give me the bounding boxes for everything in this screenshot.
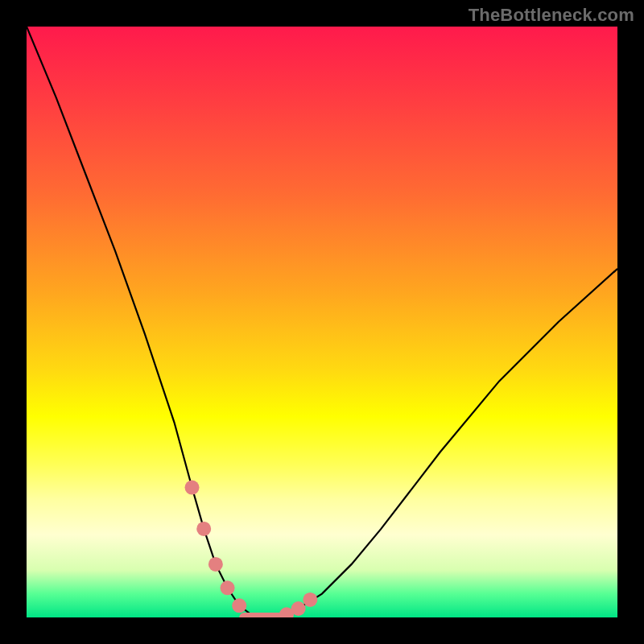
highlight-dot [208, 557, 223, 572]
highlight-dot [221, 580, 235, 595]
plot-area [27, 27, 617, 617]
highlight-dot [185, 481, 200, 495]
highlight-dot [303, 592, 317, 607]
watermark-label: TheBottleneck.com [469, 5, 634, 26]
highlight-dot [196, 522, 211, 536]
bottleneck-curve [27, 27, 617, 617]
highlight-dot [232, 598, 246, 613]
chart-frame: TheBottleneck.com [0, 0, 644, 644]
curve-svg [27, 27, 617, 617]
highlight-dot [291, 601, 306, 616]
valley-band [239, 613, 287, 617]
highlight-marks [185, 481, 318, 617]
